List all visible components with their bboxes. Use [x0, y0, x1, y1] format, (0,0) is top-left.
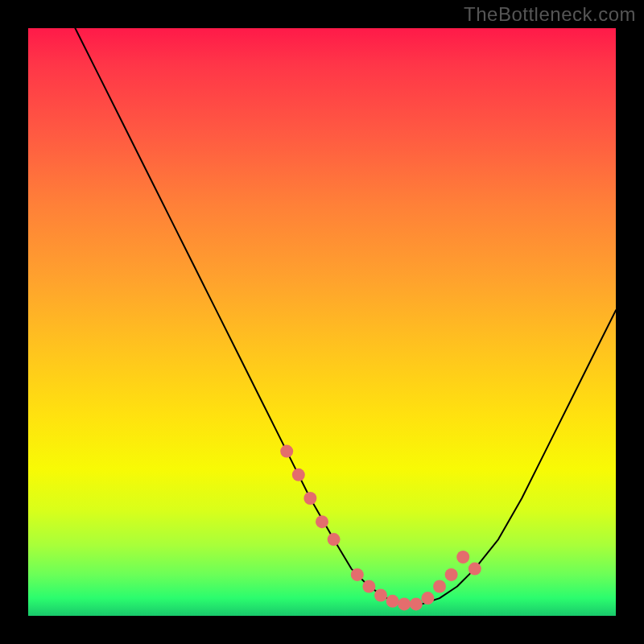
highlight-point: [410, 597, 423, 610]
highlight-point: [374, 589, 387, 602]
highlight-point: [351, 568, 364, 581]
bottleneck-curve: [75, 28, 616, 604]
highlight-point: [398, 597, 411, 610]
highlight-point: [433, 580, 446, 593]
highlight-point: [456, 551, 469, 564]
highlight-point: [445, 568, 458, 581]
gradient-plot-area: [28, 28, 616, 616]
highlight-point: [469, 563, 481, 576]
chart-frame: TheBottleneck.com: [0, 0, 644, 644]
highlight-point: [362, 580, 375, 593]
highlight-point: [316, 515, 328, 528]
highlight-point: [303, 492, 316, 505]
highlight-point: [328, 533, 341, 546]
plot-svg: [28, 28, 616, 616]
highlight-point: [292, 469, 305, 481]
highlight-point: [386, 595, 399, 608]
highlight-point: [421, 592, 434, 605]
watermark-text: TheBottleneck.com: [464, 3, 636, 26]
highlight-point: [280, 445, 293, 458]
highlight-points-group: [280, 445, 481, 611]
